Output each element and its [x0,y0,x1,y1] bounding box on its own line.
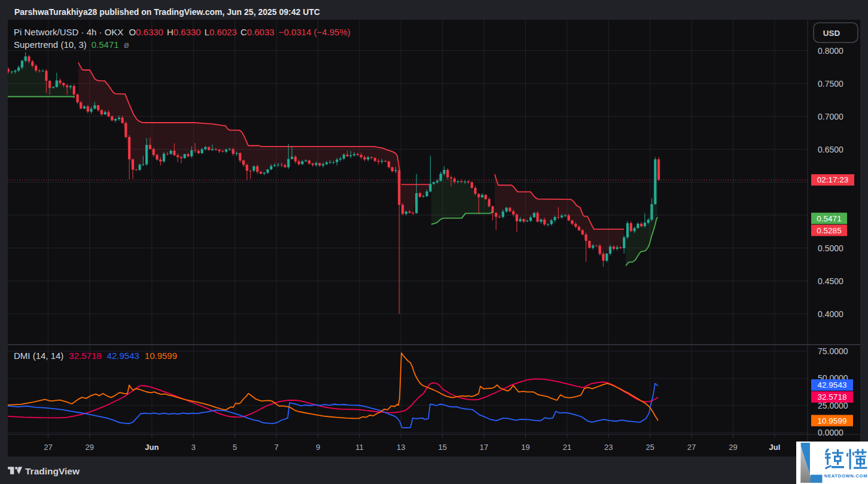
svg-text:Jul: Jul [769,443,781,452]
svg-text:USD: USD [823,29,840,38]
svg-text:27: 27 [44,443,52,452]
svg-text:19: 19 [521,443,529,452]
svg-text:NEATDOWN.COM: NEATDOWN.COM [824,473,867,479]
svg-text:0.4000: 0.4000 [818,309,843,319]
svg-text:0.4500: 0.4500 [818,276,843,286]
svg-text:Supertrend (10, 3)0.5471ø: Supertrend (10, 3)0.5471ø [14,39,129,50]
svg-text:25: 25 [645,443,654,452]
svg-text:11: 11 [355,443,364,452]
svg-text:02:17:23: 02:17:23 [817,175,849,184]
svg-text:ParshwaTurakhiya28 published o: ParshwaTurakhiya28 published on TradingV… [14,7,320,17]
svg-text:42.9543: 42.9543 [818,380,847,389]
svg-text:17: 17 [480,443,488,452]
svg-text:21: 21 [563,443,571,452]
svg-text:5: 5 [233,443,237,452]
svg-text:9: 9 [316,443,320,452]
svg-text:7: 7 [274,443,278,452]
svg-text:3: 3 [191,443,196,452]
svg-text:29: 29 [86,443,94,452]
svg-text:27: 27 [687,443,696,452]
svg-text:75.0000: 75.0000 [818,346,848,356]
svg-text:15: 15 [438,443,446,452]
svg-text:23: 23 [604,443,613,452]
svg-text:13: 13 [397,443,405,452]
svg-text:DMI (14, 14)32.571842.954310.9: DMI (14, 14)32.571842.954310.9599 [14,351,177,361]
svg-text:0.7500: 0.7500 [818,79,843,89]
svg-text:0.5000: 0.5000 [818,243,843,253]
svg-text:32.5718: 32.5718 [818,392,847,401]
svg-text:TradingView: TradingView [25,466,80,476]
svg-text:29: 29 [729,443,737,452]
svg-text:0.5285: 0.5285 [817,226,841,235]
svg-text:0.5471: 0.5471 [817,214,841,223]
svg-text:0.0000: 0.0000 [818,428,843,437]
svg-text:0.7000: 0.7000 [818,112,843,121]
svg-text:10.9599: 10.9599 [818,416,847,425]
svg-text:Jun: Jun [145,443,159,452]
svg-text:Pi Network/USD · 4h · OKXO0.63: Pi Network/USD · 4h · OKXO0.6330H0.6330L… [14,27,351,37]
svg-text:0.6500: 0.6500 [818,145,843,154]
svg-text:0.8000: 0.8000 [818,46,843,56]
